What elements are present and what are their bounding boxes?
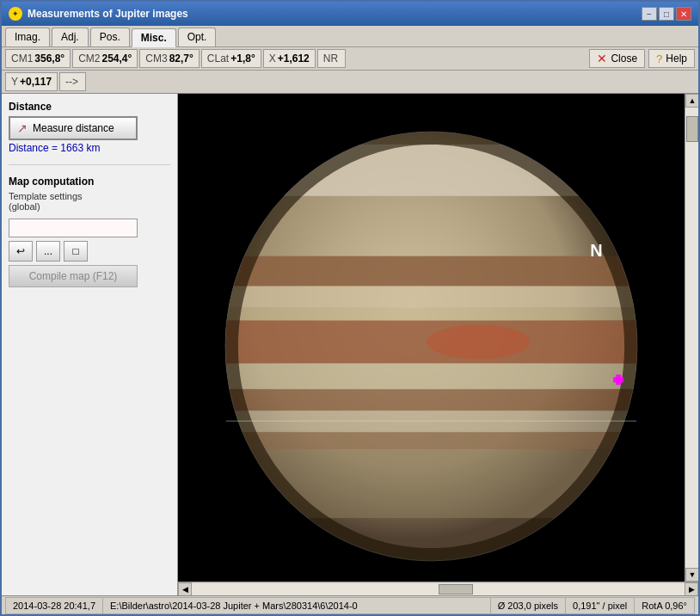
svg-rect-12 <box>225 432 637 449</box>
template-buttons-row: ↩ ... □ <box>9 241 170 262</box>
clat-label: CLat <box>207 52 229 65</box>
title-buttons: − □ ✕ <box>642 7 691 21</box>
cm2-label: CM2 <box>78 52 100 65</box>
info-cm2: CM2 254,4° <box>72 49 138 68</box>
status-filepath: E:\Bilder\astro\2014-03-28 Jupiter + Mar… <box>103 597 491 614</box>
measure-btn-label: Measure distance <box>33 122 114 134</box>
nr-label: NR <box>323 52 338 65</box>
scroll-left-button[interactable]: ◀ <box>178 582 192 596</box>
jupiter-svg: N P <box>178 94 685 582</box>
scroll-right-button[interactable]: ▶ <box>685 582 698 596</box>
template-view-button[interactable]: □ <box>64 241 88 262</box>
compile-map-button[interactable]: Compile map (F12) <box>9 265 138 287</box>
close-button[interactable]: ✕ Close <box>589 49 645 68</box>
status-datetime: 2014-03-28 20:41,7 <box>5 597 103 614</box>
maximize-button[interactable]: □ <box>659 7 674 21</box>
window-close-button[interactable]: ✕ <box>676 7 691 21</box>
y-value: +0,117 <box>20 76 52 88</box>
svg-rect-10 <box>225 389 637 410</box>
template-reset-button[interactable]: ↩ <box>9 241 33 262</box>
svg-point-8 <box>427 325 531 360</box>
distance-section: Distance ↗ Measure distance Distance = 1… <box>9 101 170 154</box>
app-icon: ✦ <box>9 7 22 21</box>
template-subtitle2: (global) <box>9 201 170 212</box>
minimize-button[interactable]: − <box>642 7 657 21</box>
svg-rect-4 <box>225 256 637 286</box>
info-cm1: CM1 356,8° <box>5 49 71 68</box>
divider <box>9 164 170 165</box>
close-icon: ✕ <box>597 52 607 65</box>
measure-distance-button[interactable]: ↗ Measure distance <box>9 116 138 140</box>
map-title: Map computation <box>9 176 170 188</box>
info-arrow: --> <box>59 72 86 91</box>
info-clat: CLat +1,8° <box>201 49 261 68</box>
status-bar: 2014-03-28 20:41,7 E:\Bilder\astro\2014-… <box>2 595 698 614</box>
template-browse-button[interactable]: ... <box>36 241 60 262</box>
window-title: Measurements of Jupiter images <box>28 8 188 20</box>
tab-opt[interactable]: Opt. <box>178 28 217 46</box>
clat-value: +1,8° <box>230 52 255 65</box>
info-bar-row2: Y +0,117 --> <box>2 71 698 94</box>
info-y: Y +0,117 <box>5 72 58 91</box>
north-label: N <box>590 241 602 260</box>
cm2-value: 254,4° <box>102 52 132 65</box>
cm1-label: CM1 <box>11 52 33 65</box>
scroll-thumb-vertical[interactable] <box>686 116 698 142</box>
tab-adj[interactable]: Adj. <box>52 28 89 46</box>
help-icon: ? <box>656 52 662 65</box>
scroll-up-button[interactable]: ▲ <box>685 94 698 108</box>
tab-pos[interactable]: Pos. <box>90 28 130 46</box>
scroll-track-horizontal[interactable] <box>192 583 685 595</box>
close-label: Close <box>611 52 637 65</box>
svg-rect-5 <box>225 286 637 308</box>
horizontal-scrollbar[interactable]: ◀ ▶ <box>178 582 698 595</box>
main-window: ✦ Measurements of Jupiter images − □ ✕ I… <box>0 0 700 616</box>
tab-misc[interactable]: Misc. <box>132 28 176 47</box>
image-row: N P ▲ ▼ <box>178 94 698 582</box>
left-panel: Distance ↗ Measure distance Distance = 1… <box>2 94 178 595</box>
status-rotation: RotA 0,96° <box>635 597 695 614</box>
scroll-track-vertical[interactable] <box>685 108 698 568</box>
info-x: X +1,612 <box>263 49 316 68</box>
vertical-scrollbar[interactable]: ▲ ▼ <box>685 94 698 582</box>
jupiter-image-container[interactable]: N P <box>178 94 685 582</box>
template-input-row <box>9 219 170 237</box>
distance-result: Distance = 1663 km <box>9 142 170 154</box>
distance-title: Distance <box>9 101 170 113</box>
info-bar-row1: CM1 356,8° CM2 254,4° CM3 82,7° CLat +1,… <box>2 47 698 71</box>
main-content: Distance ↗ Measure distance Distance = 1… <box>2 94 698 595</box>
status-resolution: 0,191" / pixel <box>566 597 635 614</box>
info-cm3: CM3 82,7° <box>139 49 200 68</box>
status-pixels: Ø 203,0 pixels <box>491 597 566 614</box>
measure-icon: ↗ <box>17 121 28 135</box>
arrow-label: --> <box>65 76 78 88</box>
cm1-value: 356,8° <box>34 52 64 65</box>
cm3-label: CM3 <box>145 52 167 65</box>
x-label: X <box>269 52 276 65</box>
image-area: N P ▲ ▼ ◀ <box>178 94 698 595</box>
tabs-row: Imag. Adj. Pos. Misc. Opt. <box>2 26 698 47</box>
y-label: Y <box>11 76 18 88</box>
template-input[interactable] <box>9 219 138 237</box>
template-subtitle1: Template settings <box>9 191 170 201</box>
help-button[interactable]: ? Help <box>648 49 695 68</box>
svg-rect-18 <box>616 374 621 385</box>
info-bar-actions: ✕ Close ? Help <box>589 49 695 68</box>
svg-rect-9 <box>225 363 637 389</box>
help-label: Help <box>666 52 687 65</box>
title-bar: ✦ Measurements of Jupiter images − □ ✕ <box>2 2 698 26</box>
tab-imag[interactable]: Imag. <box>5 28 50 46</box>
cm3-value: 82,7° <box>169 52 193 65</box>
info-nr: NR <box>317 49 346 68</box>
svg-rect-6 <box>225 308 637 321</box>
x-value: +1,612 <box>278 52 310 65</box>
svg-rect-11 <box>225 410 637 432</box>
map-section: Map computation Template settings (globa… <box>9 176 170 287</box>
scroll-down-button[interactable]: ▼ <box>685 568 698 582</box>
title-bar-left: ✦ Measurements of Jupiter images <box>9 7 188 21</box>
scroll-thumb-horizontal[interactable] <box>439 584 473 594</box>
